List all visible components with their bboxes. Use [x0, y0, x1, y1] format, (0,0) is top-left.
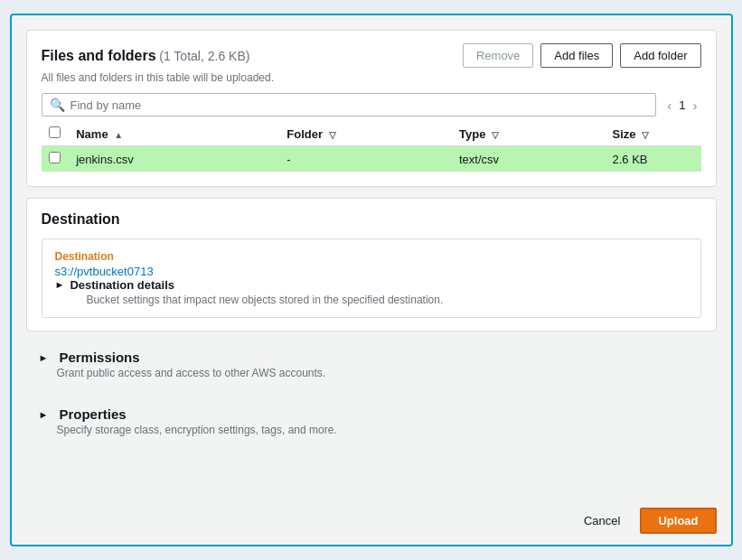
col-header-size[interactable]: Size ▽	[606, 122, 701, 146]
col-header-folder[interactable]: Folder ▽	[279, 122, 452, 146]
properties-subtitle: Specify storage class, encryption settin…	[57, 424, 704, 436]
prev-page-button[interactable]: ‹	[663, 96, 675, 115]
files-actions: Remove Add files Add folder	[463, 43, 701, 68]
dest-details-title: Destination details	[70, 278, 443, 292]
properties-subtitle-text: Specify storage class, encryption settin…	[57, 424, 337, 436]
files-subtitle: All files and folders in this table will…	[42, 71, 701, 84]
properties-header[interactable]: ► Properties	[39, 406, 704, 422]
files-title-wrap: Files and folders (1 Total, 2.6 KB)	[42, 48, 250, 64]
upload-button[interactable]: Upload	[640, 508, 716, 534]
properties-toggle-icon[interactable]: ►	[39, 409, 49, 420]
permissions-subtitle-text: Grant public access and access to other …	[57, 367, 326, 379]
select-all-checkbox[interactable]	[49, 126, 61, 138]
add-files-button[interactable]: Add files	[540, 43, 613, 68]
files-count: (1 Total, 2.6 KB)	[159, 49, 249, 63]
dialog-footer: Cancel Upload	[12, 497, 731, 545]
properties-title: Properties	[59, 406, 126, 422]
col-header-type[interactable]: Type ▽	[452, 122, 606, 146]
type-sort-icon: ▽	[492, 130, 499, 140]
name-sort-icon: ▲	[114, 130, 123, 140]
row-size: 2.6 KB	[606, 146, 701, 173]
files-table: Name ▲ Folder ▽ Type ▽ Size ▽	[42, 122, 701, 172]
row-type: text/csv	[452, 146, 606, 173]
cancel-button[interactable]: Cancel	[573, 509, 631, 532]
destination-inner: Destination s3://pvtbucket0713 ► Destina…	[42, 238, 701, 318]
table-row: jenkins.csv - text/csv 2.6 KB	[42, 146, 701, 173]
select-all-header	[42, 122, 70, 146]
permissions-toggle-icon[interactable]: ►	[39, 352, 49, 363]
permissions-title: Permissions	[59, 350, 139, 365]
destination-details-row: ► Destination details Bucket settings th…	[55, 278, 688, 306]
destination-section: Destination Destination s3://pvtbucket07…	[26, 198, 717, 331]
row-folder: -	[279, 146, 452, 173]
size-sort-icon: ▽	[642, 130, 649, 140]
search-bar[interactable]: 🔍	[42, 93, 657, 117]
dest-details-content: Destination details Bucket settings that…	[70, 278, 443, 306]
col-header-name[interactable]: Name ▲	[69, 122, 279, 146]
row-name: jenkins.csv	[69, 146, 279, 173]
search-row: 🔍 ‹ 1 ›	[42, 93, 701, 117]
files-title: Files and folders	[42, 48, 156, 63]
folder-sort-icon: ▽	[329, 130, 336, 140]
permissions-subtitle: Grant public access and access to other …	[57, 367, 704, 379]
files-header: Files and folders (1 Total, 2.6 KB) Remo…	[42, 43, 701, 68]
dest-details-subtitle: Bucket settings that impact new objects …	[86, 294, 443, 306]
properties-section: ► Properties Specify storage class, encr…	[26, 397, 717, 445]
upload-dialog: Files and folders (1 Total, 2.6 KB) Remo…	[10, 14, 733, 546]
dest-details-toggle-icon[interactable]: ►	[55, 279, 65, 290]
search-input[interactable]	[70, 98, 649, 112]
files-section: Files and folders (1 Total, 2.6 KB) Remo…	[26, 30, 717, 187]
destination-label: Destination	[55, 250, 688, 263]
permissions-section: ► Permissions Grant public access and ac…	[26, 341, 717, 388]
table-header-row: Name ▲ Folder ▽ Type ▽ Size ▽	[42, 122, 701, 146]
search-icon: 🔍	[50, 98, 65, 112]
permissions-header[interactable]: ► Permissions	[39, 350, 704, 365]
remove-button[interactable]: Remove	[463, 43, 533, 68]
row-checkbox[interactable]	[49, 152, 61, 163]
page-number: 1	[679, 98, 685, 112]
next-page-button[interactable]: ›	[690, 96, 701, 115]
add-folder-button[interactable]: Add folder	[620, 43, 700, 68]
row-checkbox-cell	[42, 146, 70, 173]
destination-title: Destination	[42, 211, 701, 228]
destination-value[interactable]: s3://pvtbucket0713	[55, 265, 154, 278]
pagination: ‹ 1 ›	[663, 96, 700, 115]
